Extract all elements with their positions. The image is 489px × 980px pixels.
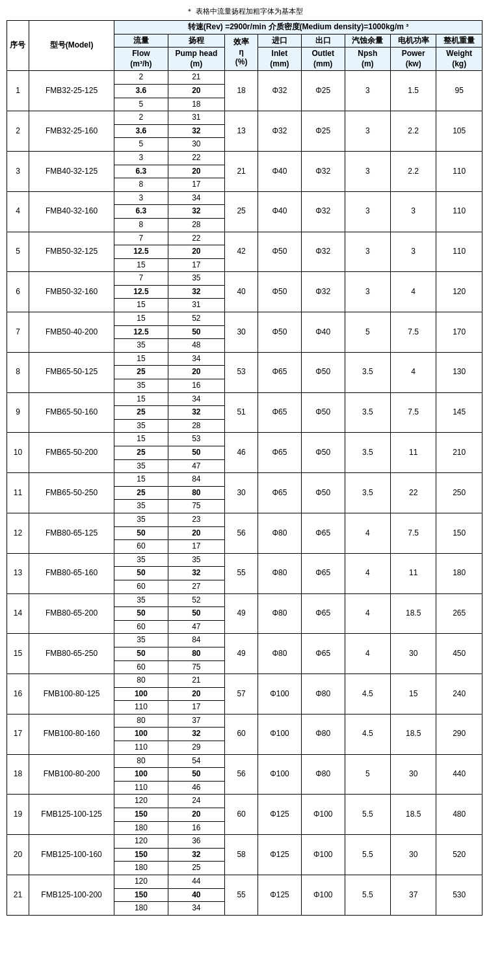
cell-weight: 150 (436, 513, 482, 553)
cell-no: 14 (7, 593, 29, 634)
cell-flow-2: 6.3 (114, 165, 168, 178)
cell-weight: 440 (436, 754, 482, 795)
cell-head-3: 48 (168, 339, 224, 353)
cell-flow-2: 12.5 (114, 285, 168, 299)
cell-npsh: 3.5 (345, 433, 390, 473)
cell-no: 11 (7, 473, 29, 513)
cell-weight: 530 (436, 875, 482, 916)
table-row: 18 FMB100-80-200 80 54 56 Φ100 Φ80 5 30 … (7, 754, 482, 768)
cell-head-1: 36 (168, 835, 224, 849)
eff-sub-label: η (239, 48, 243, 57)
cell-head-2: 32 (168, 567, 224, 580)
header-eff-cn: 效率 η (%) (225, 34, 258, 71)
cell-power: 18.5 (391, 795, 436, 835)
cell-no: 10 (7, 433, 29, 473)
cell-npsh: 3 (345, 272, 390, 312)
cell-head-3: 27 (168, 580, 224, 593)
cell-outlet: Φ25 (301, 111, 345, 152)
cell-outlet: Φ100 (301, 875, 345, 916)
header-inlet-cn: 进口 (258, 34, 302, 48)
cell-inlet: Φ100 (258, 674, 302, 715)
npsh-unit: (m) (362, 59, 374, 68)
cell-flow-2: 12.5 (114, 245, 168, 259)
cell-head-1: 52 (168, 593, 224, 607)
header-power-cn: 电机功率 (391, 34, 436, 48)
cell-eff: 13 (225, 111, 258, 152)
cell-no: 13 (7, 553, 29, 593)
cell-head-3: 46 (168, 781, 224, 795)
cell-outlet: Φ80 (301, 714, 345, 754)
cell-flow-1: 7 (114, 272, 168, 286)
weight-sub: Weight (446, 49, 472, 58)
cell-weight: 120 (436, 272, 482, 312)
cell-inlet: Φ100 (258, 714, 302, 754)
table-row: 8 FMB65-50-125 15 34 53 Φ65 Φ50 3.5 4 13… (7, 352, 482, 366)
cell-flow-3: 110 (114, 741, 168, 755)
cell-head-1: 44 (168, 875, 224, 889)
cell-flow-3: 35 (114, 339, 168, 353)
cell-eff: 30 (225, 312, 258, 353)
cell-outlet: Φ80 (301, 754, 345, 795)
cell-flow-2: 50 (114, 647, 168, 660)
cell-eff: 60 (225, 714, 258, 754)
cell-model: FMB65-50-160 (29, 392, 114, 433)
cell-eff: 56 (225, 513, 258, 553)
cell-model: FMB32-25-125 (29, 71, 114, 111)
cell-head-3: 75 (168, 500, 224, 513)
cell-inlet: Φ80 (258, 553, 302, 593)
cell-model: FMB80-65-160 (29, 553, 114, 593)
flow-unit: (m³/h) (130, 59, 152, 68)
cell-model: FMB40-32-160 (29, 191, 114, 232)
header-head-sub: Pump head (m) (168, 48, 224, 71)
table-row: 3 FMB40-32-125 3 22 21 Φ40 Φ32 3 2.2 110 (7, 151, 482, 165)
cell-model: FMB50-40-200 (29, 312, 114, 353)
header-outlet-cn: 出口 (301, 34, 345, 48)
cell-no: 18 (7, 754, 29, 795)
cell-flow-2: 100 (114, 728, 168, 741)
cell-npsh: 4 (345, 553, 390, 593)
cell-head-2: 32 (168, 124, 224, 138)
cell-flow-1: 3 (114, 151, 168, 165)
cell-head-2: 32 (168, 728, 224, 741)
cell-flow-1: 15 (114, 392, 168, 406)
cell-outlet: Φ100 (301, 795, 345, 835)
cell-flow-1: 120 (114, 875, 168, 889)
cell-weight: 520 (436, 835, 482, 875)
cell-flow-1: 35 (114, 553, 168, 567)
table-row: 4 FMB40-32-160 3 34 25 Φ40 Φ32 3 3 110 (7, 191, 482, 205)
cell-outlet: Φ100 (301, 835, 345, 875)
table-row: 9 FMB65-50-160 15 34 51 Φ65 Φ50 3.5 7.5 … (7, 392, 482, 406)
cell-weight: 145 (436, 392, 482, 433)
cell-flow-1: 120 (114, 835, 168, 849)
cell-no: 20 (7, 835, 29, 875)
cell-head-2: 50 (168, 446, 224, 460)
cell-weight: 130 (436, 352, 482, 392)
cell-flow-2: 6.3 (114, 205, 168, 219)
header-weight-cn: 整机重量 (436, 34, 482, 48)
cell-inlet: Φ32 (258, 71, 302, 111)
cell-flow-3: 110 (114, 781, 168, 795)
cell-no: 21 (7, 875, 29, 916)
cell-no: 17 (7, 714, 29, 754)
cell-inlet: Φ50 (258, 312, 302, 353)
cell-power: 4 (391, 272, 436, 312)
cell-flow-3: 5 (114, 138, 168, 152)
cell-flow-3: 60 (114, 580, 168, 593)
cell-outlet: Φ32 (301, 151, 345, 191)
cell-weight: 170 (436, 312, 482, 353)
cell-head-2: 20 (168, 245, 224, 259)
cell-inlet: Φ65 (258, 392, 302, 433)
weight-unit: (kg) (452, 59, 466, 68)
cell-eff: 51 (225, 392, 258, 433)
cell-outlet: Φ32 (301, 232, 345, 272)
cell-eff: 46 (225, 433, 258, 473)
cell-flow-3: 60 (114, 540, 168, 554)
cell-head-3: 47 (168, 620, 224, 634)
table-row: 19 FMB125-100-125 120 24 60 Φ125 Φ100 5.… (7, 795, 482, 808)
cell-head-1: 52 (168, 312, 224, 326)
cell-head-3: 17 (168, 540, 224, 554)
header-flow-cn: 流量 (114, 34, 168, 48)
cell-flow-1: 35 (114, 593, 168, 607)
cell-head-2: 40 (168, 888, 224, 902)
cell-inlet: Φ125 (258, 835, 302, 875)
